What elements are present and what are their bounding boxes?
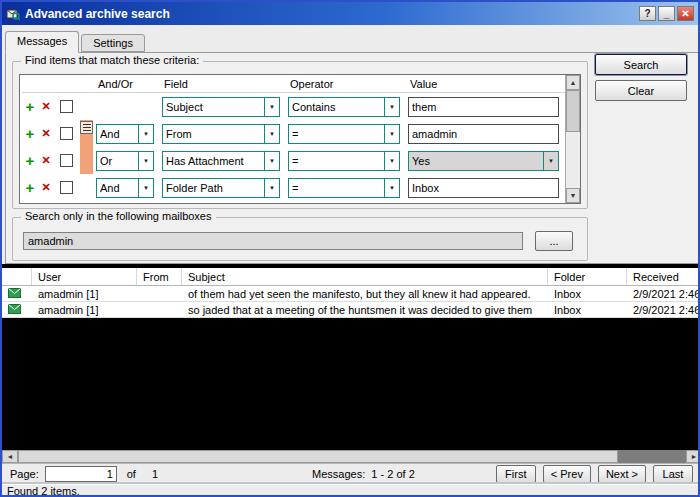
value-input[interactable]: [408, 178, 559, 198]
criteria-row: + ✕ And ▼ From ▼ = ▼: [22, 120, 565, 147]
window-title: Advanced archive search: [25, 7, 170, 21]
page-number-input[interactable]: [45, 466, 117, 482]
messages-info: Messages: 1 - 2 of 2: [312, 468, 415, 480]
chevron-down-icon[interactable]: ▼: [138, 179, 153, 197]
mailbox-input[interactable]: [23, 232, 523, 250]
header-field: Field: [162, 78, 280, 90]
clear-button[interactable]: Clear: [595, 80, 687, 101]
column-received[interactable]: Received: [627, 268, 700, 285]
value-input[interactable]: [408, 97, 559, 117]
andor-select[interactable]: Or ▼: [96, 151, 154, 171]
messages-label: Messages:: [312, 468, 365, 480]
advanced-archive-search-window: Advanced archive search ? _ ✕ Messages S…: [0, 0, 700, 497]
result-folder: Inbox: [548, 288, 627, 300]
criteria-header-row: And/Or Field Operator Value: [22, 75, 565, 93]
results-horizontal-scrollbar[interactable]: ◄ ►: [2, 450, 700, 463]
operator-select[interactable]: = ▼: [288, 124, 400, 144]
messages-range: 1 - 2 of 2: [371, 468, 414, 480]
scrollbar-thumb[interactable]: [18, 450, 618, 463]
andor-select[interactable]: And ▼: [96, 178, 154, 198]
criteria-row: + ✕ And ▼ Folder Path ▼ = ▼: [22, 174, 565, 201]
scroll-down-icon[interactable]: ▼: [566, 188, 580, 203]
add-criterion-button[interactable]: +: [22, 180, 38, 195]
next-page-button[interactable]: Next >: [598, 465, 646, 483]
scroll-right-icon[interactable]: ►: [686, 450, 700, 463]
pagination-bar: Page: of 1 Messages: 1 - 2 of 2 First < …: [2, 463, 698, 484]
remove-criterion-button[interactable]: ✕: [38, 100, 54, 113]
add-criterion-button[interactable]: +: [22, 99, 38, 114]
column-user[interactable]: User: [32, 268, 137, 285]
result-row[interactable]: amadmin [1] so jaded that at a meeting o…: [2, 302, 700, 318]
of-label: of: [127, 468, 136, 480]
titlebar-buttons: ? _ ✕: [639, 6, 694, 21]
tab-settings[interactable]: Settings: [81, 34, 145, 52]
result-received: 2/9/2021 2:46: [627, 288, 700, 300]
chevron-down-icon[interactable]: ▼: [543, 152, 558, 170]
page-label: Page:: [10, 468, 39, 480]
mailbox-browse-button[interactable]: ...: [535, 231, 573, 251]
remove-criterion-button[interactable]: ✕: [38, 154, 54, 167]
search-button[interactable]: Search: [595, 54, 687, 75]
chevron-down-icon[interactable]: ▼: [264, 125, 279, 143]
criteria-row: + ✕ Subject ▼ Contains ▼: [22, 93, 565, 120]
scrollbar-track[interactable]: [618, 450, 686, 463]
scroll-up-icon[interactable]: ▲: [566, 75, 580, 90]
criterion-checkbox[interactable]: [60, 154, 73, 167]
add-criterion-button[interactable]: +: [22, 153, 38, 168]
chevron-down-icon[interactable]: ▼: [138, 152, 153, 170]
result-subject: of them had yet seen the manifesto, but …: [182, 288, 548, 300]
field-select[interactable]: Has Attachment ▼: [162, 151, 280, 171]
value-input[interactable]: [408, 124, 559, 144]
criterion-checkbox[interactable]: [60, 181, 73, 194]
prev-page-button[interactable]: < Prev: [543, 465, 591, 483]
value-text: Yes: [409, 155, 543, 167]
field-value: Has Attachment: [163, 155, 264, 167]
column-subject[interactable]: Subject: [182, 268, 548, 285]
value-select[interactable]: Yes ▼: [408, 151, 559, 171]
field-select[interactable]: Folder Path ▼: [162, 178, 280, 198]
chevron-down-icon[interactable]: ▼: [384, 179, 399, 197]
chevron-down-icon[interactable]: ▼: [138, 125, 153, 143]
operator-select[interactable]: = ▼: [288, 151, 400, 171]
operator-select[interactable]: = ▼: [288, 178, 400, 198]
field-select[interactable]: Subject ▼: [162, 97, 280, 117]
criteria-groupbox: Find items that match these criteria: An…: [12, 61, 588, 209]
group-icon[interactable]: [80, 121, 93, 134]
help-button[interactable]: ?: [639, 6, 656, 21]
column-from[interactable]: From: [137, 268, 182, 285]
remove-criterion-button[interactable]: ✕: [38, 127, 54, 140]
first-page-button[interactable]: First: [496, 465, 536, 483]
add-criterion-button[interactable]: +: [22, 126, 38, 141]
result-row[interactable]: amadmin [1] of them had yet seen the man…: [2, 286, 700, 302]
column-icon[interactable]: [2, 268, 32, 285]
chevron-down-icon[interactable]: ▼: [384, 152, 399, 170]
chevron-down-icon[interactable]: ▼: [264, 152, 279, 170]
chevron-down-icon[interactable]: ▼: [384, 98, 399, 116]
field-select[interactable]: From ▼: [162, 124, 280, 144]
andor-value: And: [97, 182, 138, 194]
title-bar[interactable]: Advanced archive search ? _ ✕: [2, 2, 698, 25]
criterion-checkbox[interactable]: [60, 127, 73, 140]
status-text: Found 2 items.: [7, 485, 80, 497]
column-folder[interactable]: Folder: [548, 268, 627, 285]
criterion-checkbox[interactable]: [60, 100, 73, 113]
scroll-left-icon[interactable]: ◄: [2, 450, 18, 463]
header-value: Value: [408, 78, 559, 90]
chevron-down-icon[interactable]: ▼: [384, 125, 399, 143]
criteria-scrollbar[interactable]: ▲ ▼: [565, 75, 580, 203]
minimize-button[interactable]: _: [658, 6, 675, 21]
operator-select[interactable]: Contains ▼: [288, 97, 400, 117]
andor-select[interactable]: And ▼: [96, 124, 154, 144]
pagination-buttons: First < Prev Next > Last: [496, 465, 693, 483]
criteria-row: + ✕ Or ▼ Has Attachment ▼ = ▼ Yes: [22, 147, 565, 174]
chevron-down-icon[interactable]: ▼: [264, 179, 279, 197]
andor-value: Or: [97, 155, 138, 167]
last-page-button[interactable]: Last: [653, 465, 693, 483]
andor-value: And: [97, 128, 138, 140]
tab-messages[interactable]: Messages: [5, 31, 79, 53]
scrollbar-thumb[interactable]: [566, 90, 580, 132]
operator-value: =: [289, 182, 384, 194]
chevron-down-icon[interactable]: ▼: [264, 98, 279, 116]
remove-criterion-button[interactable]: ✕: [38, 181, 54, 194]
close-button[interactable]: ✕: [677, 6, 694, 21]
